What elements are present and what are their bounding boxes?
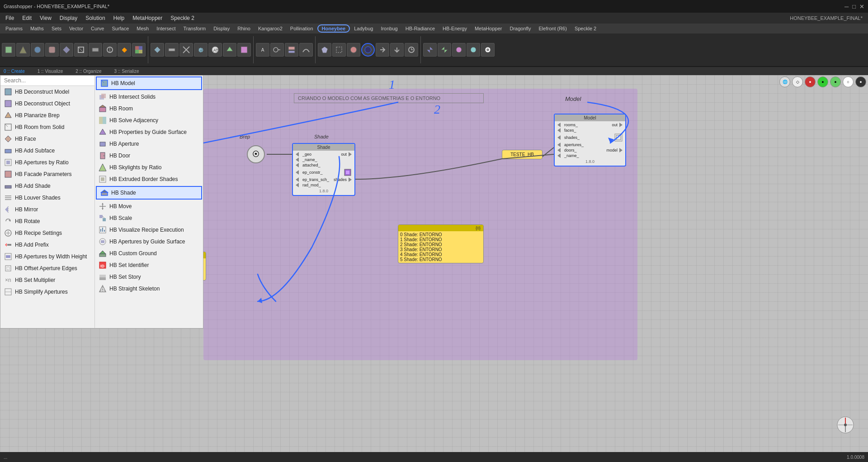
tab-metahopper[interactable]: MetaHopper	[471, 25, 506, 32]
dd-hb-model[interactable]: HB Model	[96, 76, 202, 90]
tb-btn-33[interactable]	[481, 43, 495, 57]
dd-facade-params[interactable]: HB Facade Parameters	[0, 168, 94, 180]
menu-file[interactable]: File	[2, 14, 18, 22]
dd-solve-adjacency[interactable]: HB Solve Adjacency	[95, 114, 203, 126]
tb-btn-18[interactable]: A	[256, 43, 269, 57]
tb-btn-5[interactable]	[60, 43, 73, 57]
tab-ladybug[interactable]: Ladybug	[350, 25, 377, 32]
tb-btn-6[interactable]	[74, 43, 88, 57]
menu-metahopper[interactable]: MetaHopper	[129, 14, 166, 22]
dd-recipe-settings[interactable]: HB Recipe Settings	[0, 227, 94, 239]
tb-btn-20[interactable]	[285, 43, 298, 57]
view-icon-diamond[interactable]: ◇	[792, 76, 803, 87]
dd-room[interactable]: HB Room	[95, 103, 203, 114]
tab-ironbug[interactable]: Ironbug	[377, 25, 401, 32]
tab-transform[interactable]: Transform	[179, 25, 209, 32]
view-icon-globe[interactable]: 🌐	[779, 76, 790, 87]
tab-speckle2[interactable]: Speckle 2	[571, 25, 600, 32]
dd-deconstruct-model[interactable]: HB Deconstruct Model	[0, 86, 94, 98]
dd-scale[interactable]: HB Scale	[95, 212, 203, 224]
dd-room-from-solid[interactable]: HB Room from Solid	[0, 121, 94, 133]
tb-btn-7[interactable]	[89, 43, 102, 57]
tb-btn-3[interactable]	[31, 43, 44, 57]
dd-apertures-ratio[interactable]: HB Apertures by Ratio	[0, 157, 94, 168]
dd-custom-ground[interactable]: HB Custom Ground	[95, 248, 203, 259]
dd-offset-aperture[interactable]: HB Offset Aperture Edges	[0, 262, 94, 274]
menu-display[interactable]: Display	[56, 14, 81, 22]
dd-move[interactable]: HB Move	[95, 200, 203, 212]
dd-visualize-recipe[interactable]: HB Visualize Recipe Execution	[95, 224, 203, 236]
view-icon-green1[interactable]: ●	[817, 76, 828, 87]
tb-btn-26[interactable]	[376, 43, 389, 57]
tb-btn-14[interactable]: ⚙️	[194, 43, 208, 57]
dd-rotate[interactable]: HB Rotate	[0, 215, 94, 227]
dd-apertures-wh[interactable]: HB Apertures by Width Height	[0, 251, 94, 262]
tb-btn-4[interactable]	[45, 43, 59, 57]
tb-btn-13[interactable]	[179, 43, 193, 57]
close-btn[interactable]: ✕	[859, 3, 864, 10]
tab-rhino[interactable]: Rhino	[234, 25, 254, 32]
dropdown-menu[interactable]: HB Deconstruct Model HB Deconstruct Obje…	[0, 75, 203, 329]
dd-face[interactable]: HB Face	[0, 133, 94, 145]
subtab-organize[interactable]: 2 :: Organize	[74, 69, 103, 74]
menu-solution[interactable]: Solution	[82, 14, 108, 22]
dd-extruded-border[interactable]: HB Extruded Border Shades	[95, 173, 203, 185]
maximize-btn[interactable]: □	[852, 3, 856, 10]
view-icon-red[interactable]: ●	[805, 76, 816, 87]
dd-add-shade[interactable]: HB Add Shade	[0, 180, 94, 192]
dd-properties-guide[interactable]: HB Properties by Guide Surface	[95, 126, 203, 138]
dd-add-prefix[interactable]: HB Add Prefix	[0, 239, 94, 251]
dd-apertures-guide[interactable]: HB Apertures by Guide Surface	[95, 236, 203, 248]
tb-btn-11[interactable]	[151, 43, 164, 57]
tab-kangaroo[interactable]: Kangaroo2	[255, 25, 286, 32]
dd-set-identifier[interactable]: ID HB Set Identifier	[95, 259, 203, 271]
menu-edit[interactable]: Edit	[19, 14, 35, 22]
tb-btn-25[interactable]	[361, 43, 375, 57]
view-icon-white[interactable]: ○	[843, 76, 854, 87]
tab-display[interactable]: Display	[210, 25, 233, 32]
tb-btn-19[interactable]	[270, 43, 284, 57]
minimize-btn[interactable]: ─	[844, 3, 849, 10]
tab-hb-radiance[interactable]: HB-Radiance	[402, 25, 439, 32]
menu-view[interactable]: View	[36, 14, 55, 22]
tab-curve[interactable]: Curve	[87, 25, 108, 32]
dd-louver-shades[interactable]: HB Louver Shades	[0, 192, 94, 204]
dd-set-story[interactable]: HB Set Story	[95, 271, 203, 283]
tb-btn-2[interactable]	[16, 43, 30, 57]
view-icon-dark[interactable]: ●	[855, 76, 866, 87]
dd-add-subface[interactable]: HB Add Subface	[0, 145, 94, 157]
tb-btn-23[interactable]	[332, 43, 346, 57]
tab-surface[interactable]: Surface	[108, 25, 132, 32]
tb-btn-31[interactable]	[452, 43, 466, 57]
tab-honeybee[interactable]: Honeybee	[317, 24, 350, 33]
tab-dragonfly[interactable]: Dragonfly	[506, 25, 534, 32]
dd-planarize-brep[interactable]: HB Planarize Brep	[0, 110, 94, 121]
dd-aperture[interactable]: HB Aperture	[95, 138, 203, 150]
shade-list-node[interactable]: {0} 0 Shade: ENTORNO 1 Shade: ENTORNO 2 …	[398, 224, 484, 263]
teste-hb-node[interactable]: TESTE_HB	[502, 150, 542, 159]
dd-set-multiplier[interactable]: ×n HB Set Multiplier	[0, 274, 94, 286]
brep-sphere-node[interactable]: ⦿	[247, 145, 265, 163]
subtab-visualize[interactable]: 1 :: Visualize	[36, 69, 65, 74]
dd-simplify-apertures[interactable]: HB Simplify Apertures	[0, 286, 94, 298]
menu-speckle[interactable]: Speckle 2	[167, 14, 198, 22]
tb-btn-10[interactable]	[132, 43, 146, 57]
tb-btn-24[interactable]	[347, 43, 360, 57]
tab-intersect[interactable]: Intersect	[153, 25, 179, 32]
tab-mesh[interactable]: Mesh	[133, 25, 152, 32]
subtab-serialize[interactable]: 3 :: Serialize	[112, 69, 141, 74]
tab-maths[interactable]: Maths	[27, 25, 47, 32]
tab-sets[interactable]: Sets	[48, 25, 65, 32]
tb-btn-15[interactable]: ATP	[208, 43, 222, 57]
tab-hb-energy[interactable]: HB-Energy	[439, 25, 471, 32]
tb-btn-16[interactable]	[223, 43, 236, 57]
tab-elefront[interactable]: Elefront (R6)	[535, 25, 571, 32]
view-icon-green2[interactable]: ●	[830, 76, 841, 87]
tb-btn-21[interactable]	[299, 43, 313, 57]
tb-btn-1[interactable]	[2, 43, 15, 57]
tab-params[interactable]: Params	[2, 25, 26, 32]
shade-node[interactable]: Shade _geo out _name_ attached_	[292, 143, 355, 196]
dd-hb-shade[interactable]: HB Shade	[96, 186, 202, 200]
tb-btn-27[interactable]	[390, 43, 404, 57]
tab-vector[interactable]: Vector	[66, 25, 87, 32]
